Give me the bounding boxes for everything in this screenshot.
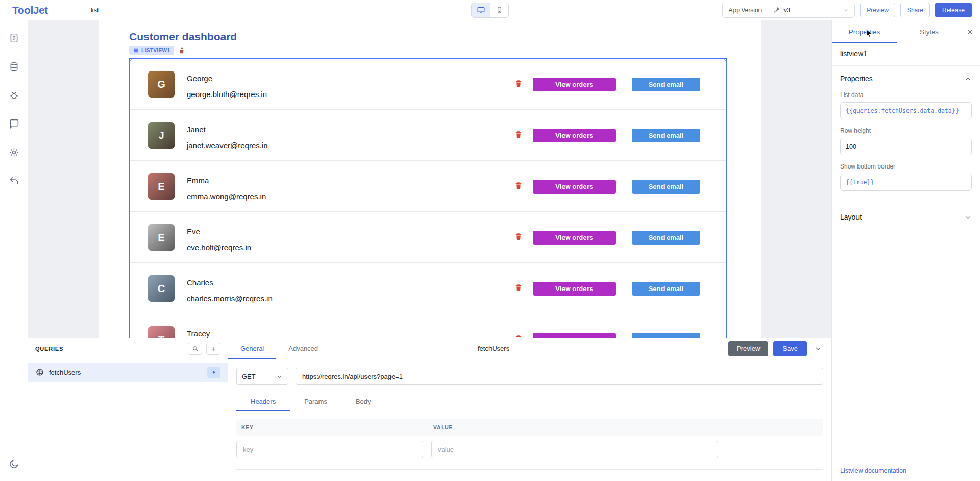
- list-item: J Janet janet.weaver@reqres.in View orde…: [130, 110, 726, 161]
- request-url-input[interactable]: [296, 368, 823, 385]
- query-editor-pane: General Advanced fetchUsers Preview Save: [228, 338, 831, 481]
- app-version-label: App Version: [723, 3, 768, 17]
- delete-row-button[interactable]: [514, 181, 523, 190]
- page-title: Customer dashboard: [129, 31, 237, 43]
- row-height-input[interactable]: [840, 138, 972, 155]
- desktop-layout-button[interactable]: [472, 3, 490, 17]
- avatar: C: [148, 275, 175, 302]
- mobile-layout-button[interactable]: [490, 3, 508, 17]
- selected-widget-name: listview1: [832, 43, 980, 66]
- view-orders-button[interactable]: View orders: [533, 180, 616, 194]
- close-icon: [966, 28, 974, 36]
- listview-documentation-link[interactable]: Listview documentation: [840, 467, 906, 474]
- query-actions: Preview Save: [728, 341, 824, 356]
- list-data-input[interactable]: [840, 102, 972, 119]
- trash-icon: [514, 232, 523, 241]
- datasources-panel-button[interactable]: [5, 57, 23, 76]
- show-bottom-border-label: Show bottom border: [840, 163, 972, 170]
- query-name: fetchUsers: [49, 369, 81, 376]
- view-orders-button[interactable]: View orders: [533, 231, 616, 245]
- delete-row-button[interactable]: [514, 283, 523, 292]
- device-layout-toggle[interactable]: [471, 3, 509, 18]
- layout-section-header[interactable]: Layout: [832, 204, 980, 230]
- collapse-panel-button[interactable]: [812, 343, 824, 355]
- tab-params[interactable]: Params: [290, 392, 341, 411]
- editor-center: Customer dashboard LISTVIEW1: [28, 20, 831, 481]
- query-list-item-fetchusers[interactable]: fetchUsers: [28, 363, 228, 382]
- send-email-button[interactable]: Send email: [632, 333, 700, 338]
- chevron-down-icon: [276, 373, 283, 380]
- widget-selection-tag: LISTVIEW1: [129, 46, 185, 55]
- app-name[interactable]: list: [91, 6, 99, 14]
- show-bottom-border-input[interactable]: [840, 174, 972, 191]
- send-email-button[interactable]: Send email: [632, 78, 700, 91]
- dark-mode-toggle[interactable]: [5, 454, 23, 473]
- tab-advanced[interactable]: Advanced: [276, 338, 330, 359]
- delete-row-button[interactable]: [514, 130, 523, 139]
- view-orders-button[interactable]: View orders: [533, 78, 616, 91]
- customer-email: eve.holt@reqres.in: [187, 243, 251, 252]
- query-save-button[interactable]: Save: [773, 341, 807, 356]
- customer-name: Charles: [187, 278, 213, 287]
- plus-icon: +: [211, 344, 216, 353]
- delete-widget-button[interactable]: [178, 47, 185, 54]
- run-query-button[interactable]: [207, 367, 220, 378]
- send-email-button[interactable]: Send email: [632, 231, 700, 245]
- view-orders-button[interactable]: View orders: [533, 333, 616, 338]
- list-item: C Charles charles.morris@reqres.in View …: [130, 263, 726, 314]
- app-canvas[interactable]: Customer dashboard LISTVIEW1: [99, 20, 761, 338]
- customer-email: charles.morris@reqres.in: [187, 294, 273, 303]
- pages-panel-button[interactable]: [5, 29, 23, 47]
- customer-name: Eve: [187, 227, 200, 236]
- resize-handle[interactable]: [724, 58, 727, 61]
- trash-icon: [514, 181, 523, 190]
- main-area: Customer dashboard LISTVIEW1: [0, 20, 980, 481]
- search-icon: [192, 345, 199, 352]
- tab-properties[interactable]: Properties: [832, 20, 897, 43]
- http-method-select[interactable]: GET: [236, 368, 288, 385]
- customer-email: janet.weaver@reqres.in: [187, 141, 268, 150]
- add-query-button[interactable]: +: [206, 343, 220, 355]
- app-version-control: App Version v3: [722, 3, 855, 18]
- close-inspector-button[interactable]: [964, 26, 976, 38]
- share-button[interactable]: Share: [900, 3, 930, 17]
- delete-row-button[interactable]: [514, 334, 523, 338]
- send-email-button[interactable]: Send email: [632, 129, 700, 142]
- release-button[interactable]: Release: [935, 3, 972, 17]
- tab-headers[interactable]: Headers: [236, 392, 290, 411]
- view-orders-button[interactable]: View orders: [533, 282, 616, 296]
- listview-body[interactable]: G George george.bluth@reqres.in View ord…: [129, 58, 727, 338]
- delete-row-button[interactable]: [514, 232, 523, 241]
- settings-panel-button[interactable]: [5, 143, 23, 161]
- header-value-input[interactable]: [431, 441, 718, 458]
- version-select[interactable]: v3: [768, 3, 854, 17]
- tab-body[interactable]: Body: [341, 392, 385, 411]
- query-preview-button[interactable]: Preview: [728, 341, 768, 356]
- debugger-panel-button[interactable]: [5, 86, 23, 104]
- tab-general[interactable]: General: [228, 338, 276, 359]
- tab-styles[interactable]: Styles: [897, 20, 962, 43]
- customer-email: emma.wong@reqres.in: [187, 192, 266, 201]
- widget-badge: LISTVIEW1: [129, 46, 174, 55]
- database-icon: [9, 61, 19, 72]
- search-query-button[interactable]: [188, 343, 202, 355]
- list-item: E Eve eve.holt@reqres.in View orders Sen…: [130, 212, 726, 263]
- trash-icon: [178, 47, 185, 54]
- http-method-value: GET: [242, 373, 256, 380]
- undo-button[interactable]: [5, 172, 23, 190]
- trash-icon: [514, 130, 523, 139]
- listview-widget[interactable]: LISTVIEW1: [129, 58, 727, 338]
- view-orders-button[interactable]: View orders: [533, 129, 616, 142]
- layout-section-title: Layout: [840, 213, 862, 221]
- customer-email: george.bluth@reqres.in: [187, 90, 267, 99]
- trash-icon: [514, 283, 523, 292]
- top-bar-actions: App Version v3 Preview Share Release: [722, 3, 972, 18]
- send-email-button[interactable]: Send email: [632, 282, 700, 296]
- properties-section-header[interactable]: Properties: [832, 66, 980, 91]
- preview-button[interactable]: Preview: [860, 3, 895, 17]
- header-key-input[interactable]: [236, 441, 423, 458]
- tooljet-app-builder: ToolJet list App Version: [0, 0, 980, 481]
- delete-row-button[interactable]: [514, 79, 523, 88]
- comments-panel-button[interactable]: [5, 114, 23, 133]
- send-email-button[interactable]: Send email: [632, 180, 700, 194]
